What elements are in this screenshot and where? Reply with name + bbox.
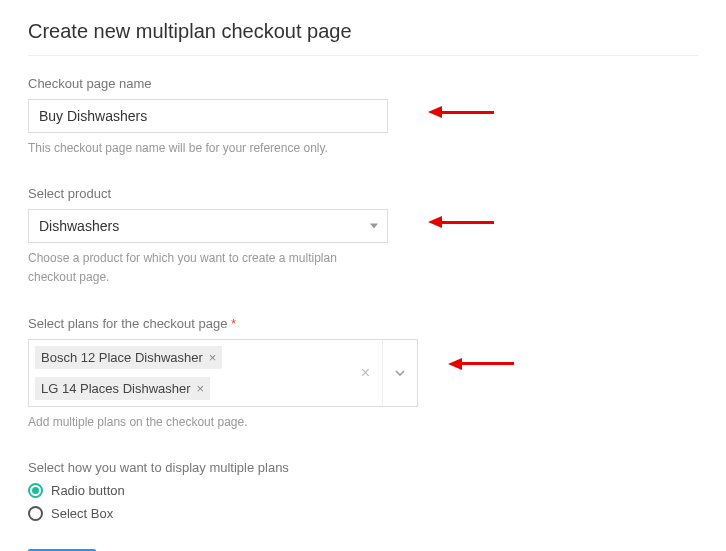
display-radio-group: Radio button Select Box <box>28 483 698 521</box>
plans-multiselect[interactable]: Bosch 12 Place Dishwasher × LG 14 Places… <box>28 339 418 407</box>
clear-all-icon[interactable]: × <box>349 340 383 406</box>
annotation-arrow <box>428 106 494 118</box>
close-icon[interactable]: × <box>209 350 217 365</box>
radio-label: Select Box <box>51 506 113 521</box>
page-title: Create new multiplan checkout page <box>28 20 698 43</box>
plans-label-text: Select plans for the checkout page <box>28 316 227 331</box>
plans-help: Add multiple plans on the checkout page. <box>28 413 388 432</box>
close-icon[interactable]: × <box>197 381 205 396</box>
plans-tags-container: Bosch 12 Place Dishwasher × LG 14 Places… <box>29 340 349 406</box>
display-option-select-box[interactable]: Select Box <box>28 506 698 521</box>
product-label: Select product <box>28 186 698 201</box>
plans-label: Select plans for the checkout page * <box>28 316 698 331</box>
annotation-arrow <box>428 216 494 228</box>
radio-label: Radio button <box>51 483 125 498</box>
plan-tag-label: Bosch 12 Place Dishwasher <box>41 350 203 365</box>
plan-tag: Bosch 12 Place Dishwasher × <box>35 346 222 369</box>
checkout-name-help: This checkout page name will be for your… <box>28 139 388 158</box>
radio-icon <box>28 483 43 498</box>
radio-icon <box>28 506 43 521</box>
display-label: Select how you want to display multiple … <box>28 460 698 475</box>
title-divider <box>28 55 698 56</box>
chevron-down-icon[interactable] <box>383 340 417 406</box>
checkout-name-label: Checkout page name <box>28 76 698 91</box>
product-help: Choose a product for which you want to c… <box>28 249 388 287</box>
plan-tag: LG 14 Places Dishwasher × <box>35 377 210 400</box>
product-select-value: Dishwashers <box>28 209 388 243</box>
plan-tag-label: LG 14 Places Dishwasher <box>41 381 191 396</box>
required-mark: * <box>231 316 236 331</box>
product-select[interactable]: Dishwashers <box>28 209 388 243</box>
display-option-radio-button[interactable]: Radio button <box>28 483 698 498</box>
annotation-arrow <box>448 358 514 370</box>
checkout-name-input[interactable] <box>28 99 388 133</box>
